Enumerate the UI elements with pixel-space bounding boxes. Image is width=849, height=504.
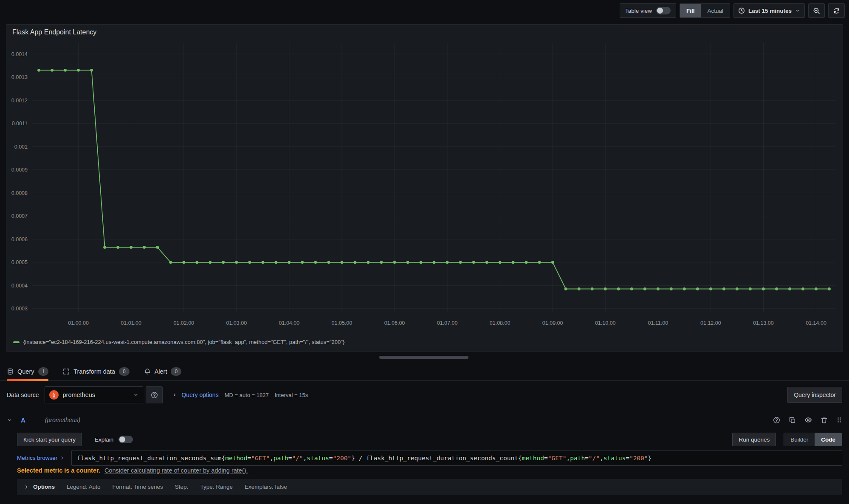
svg-text:0.0004: 0.0004	[11, 283, 28, 289]
counter-warning-text: Selected metric is a counter.	[17, 467, 100, 474]
tab-alert-badge: 0	[171, 367, 181, 376]
table-view-group: Table view	[620, 3, 676, 18]
add-rate-link[interactable]: Consider calculating rate of counter by …	[104, 467, 248, 474]
svg-text:01:14:00: 01:14:00	[806, 320, 826, 326]
bell-icon	[144, 368, 151, 375]
table-view-switch-knob	[657, 8, 663, 14]
tab-alert-label: Alert	[155, 368, 167, 375]
datasource-help-button[interactable]	[146, 386, 163, 403]
collapse-chevron-icon[interactable]	[7, 417, 12, 423]
database-icon	[7, 368, 14, 375]
refresh-button[interactable]	[828, 3, 845, 18]
svg-text:01:03:00: 01:03:00	[226, 320, 247, 326]
svg-text:0.0012: 0.0012	[11, 98, 28, 104]
help-circle-icon[interactable]	[773, 417, 780, 424]
promql-query-text: flask_http_request_duration_seconds_sum{…	[77, 455, 652, 462]
query-row-header: A (prometheus)	[7, 412, 842, 428]
tab-query[interactable]: Query 1	[7, 362, 48, 380]
clock-icon	[738, 7, 745, 14]
datasource-picker[interactable]: prometheus	[45, 386, 143, 403]
explain-label: Explain	[95, 436, 113, 443]
svg-text:0.0014: 0.0014	[11, 51, 28, 57]
svg-text:01:10:00: 01:10:00	[595, 320, 616, 326]
builder-code-segmented: Builder Code	[784, 433, 842, 446]
fill-actual-segmented: Fill Actual	[680, 3, 730, 18]
explain-switch[interactable]	[118, 436, 133, 443]
svg-text:0.0008: 0.0008	[11, 190, 28, 196]
option-legend: Legend: Auto	[67, 484, 101, 490]
kick-start-query-button[interactable]: Kick start your query	[17, 433, 82, 446]
svg-text:01:07:00: 01:07:00	[437, 320, 458, 326]
chevron-right-icon	[172, 392, 177, 397]
fill-button[interactable]: Fill	[680, 4, 701, 17]
query-options-label[interactable]: Query options	[181, 391, 218, 398]
query-toolbar-right: Run queries Builder Code	[732, 433, 842, 446]
timeseries-panel: Flask App Endpoint Latency 0.00030.00040…	[6, 24, 843, 352]
tab-transform-data[interactable]: Transform data 0	[63, 362, 129, 380]
svg-text:0.0011: 0.0011	[12, 121, 28, 127]
transform-icon	[63, 368, 70, 375]
legend: {instance="ec2-184-169-216-224.us-west-1…	[6, 338, 843, 345]
time-range-label: Last 15 minutes	[748, 8, 792, 14]
datasource-row: Data source prometheus Query options MD …	[7, 386, 842, 403]
pane-resize-handle[interactable]	[379, 356, 468, 359]
prometheus-icon	[49, 390, 59, 400]
chevron-down-icon	[133, 392, 138, 397]
edit-pane-tabs: Query 1 Transform data 0 Alert 0	[0, 362, 849, 381]
svg-text:01:12:00: 01:12:00	[700, 320, 721, 326]
option-type: Type: Range	[200, 484, 233, 490]
chevron-right-icon	[24, 484, 29, 490]
table-view-switch[interactable]	[656, 7, 671, 14]
zoom-out-icon	[813, 7, 820, 14]
svg-text:01:05:00: 01:05:00	[332, 320, 353, 326]
query-inspector-button[interactable]: Query inspector	[787, 387, 842, 403]
drag-handle-icon[interactable]	[836, 417, 842, 423]
datasource-label: Data source	[7, 391, 39, 398]
chevron-right-icon	[60, 456, 65, 460]
query-options-interval: Interval = 15s	[275, 392, 308, 398]
svg-text:01:00:00: 01:00:00	[68, 320, 89, 326]
builder-button[interactable]: Builder	[784, 433, 815, 446]
svg-text:0.001: 0.001	[14, 144, 28, 150]
svg-text:01:09:00: 01:09:00	[542, 320, 563, 326]
zoom-out-button[interactable]	[808, 3, 825, 18]
metrics-browser-toggle[interactable]: Metrics browser	[17, 455, 71, 461]
option-format: Format: Time series	[113, 484, 163, 490]
legend-series-label[interactable]: {instance="ec2-184-169-216-224.us-west-1…	[23, 339, 344, 345]
svg-text:0.0007: 0.0007	[11, 213, 28, 219]
grafana-panel-edit-page: Table view Fill Actual Last 15 minutes	[0, 0, 849, 504]
promql-input[interactable]: flask_http_request_duration_seconds_sum{…	[71, 450, 842, 466]
query-editor-toolbar: Kick start your query Explain Run querie…	[17, 432, 842, 447]
query-options[interactable]: Query options	[172, 391, 218, 398]
legend-series-color	[13, 341, 20, 343]
table-view-label: Table view	[625, 8, 652, 14]
query-options-md: MD = auto = 1827	[225, 392, 269, 398]
tab-query-label: Query	[17, 368, 34, 375]
duplicate-icon[interactable]	[789, 417, 796, 424]
svg-text:0.0009: 0.0009	[11, 167, 28, 173]
trash-icon[interactable]	[821, 417, 828, 424]
query-options-row: Options Legend: Auto Format: Time series…	[17, 479, 842, 495]
code-button[interactable]: Code	[815, 433, 842, 446]
explain-switch-knob	[119, 436, 125, 442]
options-toggle[interactable]: Options	[24, 484, 55, 490]
actual-button[interactable]: Actual	[701, 4, 730, 17]
metrics-browser-label: Metrics browser	[17, 455, 57, 461]
panel-toolbar: Table view Fill Actual Last 15 minutes	[0, 0, 849, 21]
time-range-picker[interactable]: Last 15 minutes	[733, 3, 805, 18]
svg-text:01:13:00: 01:13:00	[753, 320, 774, 326]
eye-icon[interactable]	[804, 416, 812, 424]
promql-editor-row: Metrics browser flask_http_request_durat…	[17, 450, 842, 466]
tab-alert[interactable]: Alert 0	[144, 362, 182, 380]
timeseries-chart[interactable]: 0.00030.00040.00050.00060.00070.00080.00…	[8, 38, 842, 338]
option-step: Step:	[175, 484, 189, 490]
run-queries-button[interactable]: Run queries	[732, 433, 776, 446]
svg-text:0.0003: 0.0003	[11, 306, 28, 312]
tab-transform-label: Transform data	[73, 368, 115, 375]
question-circle-icon	[151, 391, 158, 399]
svg-text:01:01:00: 01:01:00	[121, 320, 141, 326]
datasource-value: prometheus	[62, 391, 95, 398]
panel-title: Flask App Endpoint Latency	[6, 25, 843, 38]
chevron-down-icon	[795, 8, 800, 13]
query-ref-id[interactable]: A	[21, 417, 25, 424]
